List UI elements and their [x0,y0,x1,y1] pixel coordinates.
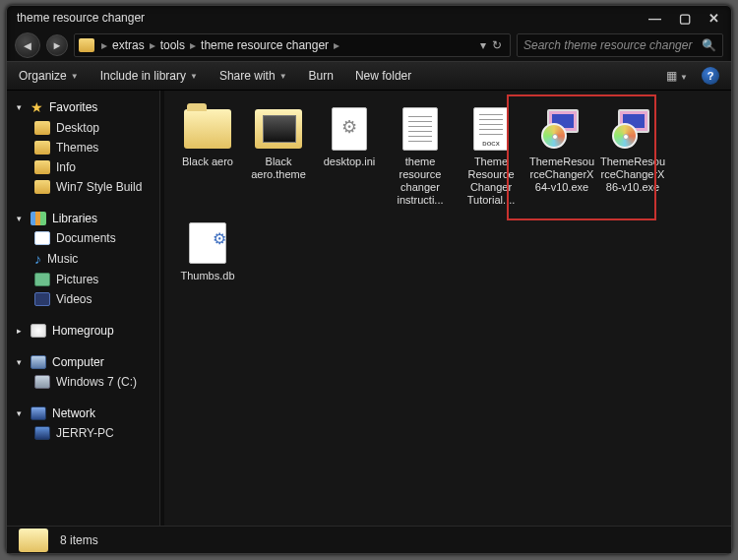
file-icon [326,106,373,152]
folder-icon [19,529,48,552]
libraries-icon [31,212,46,225]
chevron-right-icon[interactable]: ▸ [147,38,158,52]
folder-icon [34,121,50,135]
organize-button[interactable]: Organize▼ [19,69,79,83]
file-item[interactable]: ThemeResourceChangerX86-v10.exe [597,102,668,211]
dropdown-history-icon[interactable]: ▾ [480,38,486,52]
sidebar-item-drive-c[interactable]: Windows 7 (C:) [7,372,159,392]
expand-icon: ▸ [17,326,25,336]
file-icon [609,106,656,152]
sidebar-item-videos[interactable]: Videos [7,289,159,309]
crumb-current[interactable]: theme resource changer [201,38,329,52]
collapse-icon: ▾ [17,214,25,223]
file-item[interactable]: theme resource changer instructi... [385,102,456,211]
file-label: Theme Resource Changer Tutorial.... [458,156,524,207]
file-icon [255,106,302,152]
computer-icon [31,355,46,369]
chevron-right-icon[interactable]: ▸ [187,38,199,52]
computer-header[interactable]: ▾Computer [7,352,159,372]
favorites-header[interactable]: ▾★Favorites [7,96,159,118]
folder-icon [79,38,94,52]
file-label: desktop.ini [324,156,376,168]
view-mode-button[interactable]: ▦ ▼ [666,69,688,83]
file-item[interactable]: Thumbs.db [172,217,243,286]
file-icon [397,106,444,152]
music-icon: ♪ [34,251,41,267]
search-icon: 🔍 [702,38,716,52]
file-grid: Black aeroBlack aero.themedesktop.inithe… [172,102,723,292]
file-label: Black aero [182,156,233,168]
address-bar: ◄ ► ▸ extras ▸ tools ▸ theme resource ch… [7,30,731,61]
forward-button[interactable]: ► [46,34,68,56]
breadcrumb[interactable]: ▸ extras ▸ tools ▸ theme resource change… [74,33,511,57]
file-label: theme resource changer instructi... [387,156,454,207]
libraries-header[interactable]: ▾Libraries [7,209,159,228]
pc-icon [34,426,50,440]
file-label: ThemeResourceChangerX64-v10.exe [528,156,595,194]
collapse-icon: ▾ [17,357,25,367]
sidebar-item-jerry-pc[interactable]: JERRY-PC [7,423,159,443]
new-folder-button[interactable]: New folder [355,69,411,83]
file-label: Thumbs.db [180,270,234,282]
folder-icon [34,160,50,174]
refresh-icon[interactable]: ↻ [492,38,502,52]
sidebar-item-pictures[interactable]: Pictures [7,270,159,289]
body: ▾★Favorites Desktop Themes Info Win7 Sty… [7,91,731,526]
chevron-down-icon: ▼ [279,72,287,81]
sidebar-item-documents[interactable]: Documents [7,228,159,248]
documents-icon [34,231,50,245]
folder-icon [34,141,50,155]
status-bar: 8 items [7,526,731,553]
file-item[interactable]: Black aero.theme [243,102,314,211]
chevron-down-icon: ▼ [71,72,79,81]
window-buttons: — ▢ ✕ [648,11,719,26]
share-with-button[interactable]: Share with▼ [219,69,287,83]
file-icon [184,220,231,266]
drive-icon [34,375,50,389]
collapse-icon: ▾ [17,408,25,418]
file-icon [538,106,585,152]
homegroup-icon [31,324,46,338]
chevron-right-icon[interactable]: ▸ [98,38,110,52]
sidebar: ▾★Favorites Desktop Themes Info Win7 Sty… [7,91,160,526]
sidebar-item-desktop[interactable]: Desktop [7,118,159,138]
item-count: 8 items [60,533,98,547]
file-icon [184,106,231,152]
homegroup-header[interactable]: ▸Homegroup [7,321,159,341]
include-library-button[interactable]: Include in library▼ [100,69,198,83]
network-icon [31,406,46,420]
sidebar-item-music[interactable]: ♪Music [7,248,159,270]
file-item[interactable]: desktop.ini [314,102,385,211]
collapse-icon: ▾ [17,102,25,112]
sidebar-item-themes[interactable]: Themes [7,138,159,157]
file-label: Black aero.theme [245,156,312,181]
network-header[interactable]: ▾Network [7,404,159,423]
burn-button[interactable]: Burn [309,69,334,83]
chevron-right-icon[interactable]: ▸ [331,38,342,52]
back-button[interactable]: ◄ [15,32,40,58]
maximize-button[interactable]: ▢ [679,11,691,26]
chevron-down-icon: ▼ [190,72,198,81]
star-icon: ★ [31,99,43,115]
file-label: ThemeResourceChangerX86-v10.exe [599,156,666,194]
pictures-icon [34,273,50,286]
explorer-window: theme resource changer — ▢ ✕ ◄ ► ▸ extra… [6,5,732,554]
crumb-extras[interactable]: extras [112,38,145,52]
toolbar: Organize▼ Include in library▼ Share with… [7,61,731,91]
videos-icon [34,292,50,306]
sidebar-item-info[interactable]: Info [7,157,159,177]
window-title: theme resource changer [17,11,648,25]
search-input[interactable]: Search theme resource changer 🔍 [517,33,723,57]
file-pane[interactable]: Black aeroBlack aero.themedesktop.inithe… [164,91,731,526]
sidebar-item-win7sb[interactable]: Win7 Style Build [7,177,159,197]
titlebar: theme resource changer — ▢ ✕ [7,6,731,30]
help-button[interactable]: ? [702,67,719,85]
file-item[interactable]: Theme Resource Changer Tutorial.... [456,102,526,211]
minimize-button[interactable]: — [648,11,661,26]
file-item[interactable]: Black aero [172,102,243,211]
file-icon [467,106,515,152]
crumb-tools[interactable]: tools [160,38,185,52]
file-item[interactable]: ThemeResourceChangerX64-v10.exe [526,102,597,211]
close-button[interactable]: ✕ [708,11,719,26]
search-placeholder: Search theme resource changer [523,38,692,52]
